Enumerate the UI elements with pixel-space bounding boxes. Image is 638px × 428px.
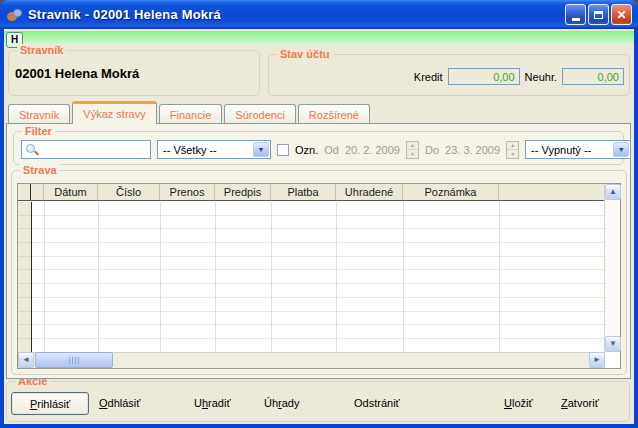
mode-dropdown[interactable]: -- Vypnutý -- ▼ <box>525 140 631 159</box>
scroll-up-icon: ▲ <box>609 188 617 196</box>
btn-text: Úh <box>264 397 278 409</box>
chevron-down-icon: ▼ <box>618 146 625 153</box>
tab-vykaz-stravy[interactable]: Výkaz stravy <box>72 101 156 124</box>
column-header-uhradene[interactable]: Uhradené <box>336 184 403 200</box>
btn-text: radiť <box>208 397 230 409</box>
tab-financie[interactable]: Financie <box>159 104 223 124</box>
do-label: Do <box>425 144 439 156</box>
grid-frozen-line <box>31 202 32 352</box>
btn-text: dhlásiť <box>108 397 141 409</box>
grid-column-line <box>403 202 404 352</box>
grid-column-line <box>98 202 99 352</box>
odstranit-button[interactable]: Odstrániť <box>354 397 400 409</box>
row-selector-header <box>18 184 31 200</box>
ozn-checkbox[interactable] <box>277 144 289 156</box>
btn-text: U <box>194 397 202 409</box>
btn-text: Odstrániť <box>354 397 400 409</box>
tab-panel: Filter -- Všetky -- ▼ Ozn. Od 20. 2. 200… <box>6 123 631 379</box>
app-icon-shape2 <box>13 9 22 17</box>
mode-dropdown-button[interactable]: ▼ <box>613 142 629 157</box>
diner-group-label: Stravník <box>17 44 66 56</box>
grid-column-line <box>499 202 500 352</box>
mode-dropdown-value: -- Vypnutý -- <box>531 144 591 156</box>
column-header-poznamka[interactable]: Poznámka <box>403 184 499 200</box>
search-box <box>21 140 151 159</box>
od-date-spinner[interactable]: ▲ ▼ <box>406 141 419 159</box>
btn-text: ady <box>282 397 300 409</box>
grid-column-line <box>44 202 45 352</box>
minimize-button[interactable] <box>565 4 586 25</box>
neuhr-value: 0,00 <box>562 68 624 85</box>
category-dropdown[interactable]: -- Všetky -- ▼ <box>157 140 271 159</box>
do-date-value: 23. 3. 2009 <box>445 144 500 156</box>
prihlasit-button[interactable]: Prihlásiť <box>11 392 89 415</box>
spinner-down-icon[interactable]: ▼ <box>407 150 418 158</box>
ulozit-button[interactable]: Uložiť <box>504 397 533 409</box>
tab-label: Výkaz stravy <box>83 108 145 120</box>
scroll-right-button[interactable]: ► <box>589 352 605 368</box>
scroll-down-button[interactable]: ▼ <box>605 336 621 352</box>
grid-header: Dátum Číslo Prenos Predpis Platba Uhrade… <box>18 184 605 201</box>
btn-mnemonic: Z <box>561 397 568 409</box>
close-icon: ✕ <box>616 9 626 21</box>
column-header-cislo[interactable]: Číslo <box>98 184 160 200</box>
tab-label: Rozšírené <box>309 109 359 121</box>
filter-group: Filter -- Všetky -- ▼ Ozn. Od 20. 2. 200… <box>13 131 624 165</box>
grid-column-line <box>336 202 337 352</box>
filter-group-label: Filter <box>22 125 55 137</box>
spinner-up-icon[interactable]: ▲ <box>507 142 518 151</box>
column-header-platba[interactable]: Platba <box>271 184 336 200</box>
category-dropdown-value: -- Všetky -- <box>163 144 217 156</box>
grid-column-line <box>160 202 161 352</box>
do-date-spinner[interactable]: ▲ ▼ <box>506 141 519 159</box>
btn-text: rihlásiť <box>37 398 70 410</box>
maximize-button[interactable] <box>588 4 609 25</box>
tab-surodenci[interactable]: Súrodenci <box>224 104 296 124</box>
odhlasit-button[interactable]: Odhlásiť <box>99 397 140 409</box>
strava-grid: Dátum Číslo Prenos Predpis Platba Uhrade… <box>17 183 621 369</box>
tab-stravnik[interactable]: Stravník <box>8 104 70 124</box>
strava-group: Strava Dátum Číslo Prenos Predpis Platba… <box>11 170 627 375</box>
h-scrollbar-thumb[interactable] <box>35 352 113 368</box>
account-group: Stav účtu Kredit 0,00 Neuhr. 0,00 <box>268 54 630 96</box>
zatvorit-button[interactable]: Zatvoriť <box>561 397 599 409</box>
kredit-value: 0,00 <box>448 68 520 85</box>
close-button[interactable]: ✕ <box>611 4 632 25</box>
scroll-up-button[interactable]: ▲ <box>605 184 621 200</box>
tab-strip: Stravník Výkaz stravy Financie Súrodenci… <box>8 101 370 124</box>
neuhr-label: Neuhr. <box>525 71 557 83</box>
spinner-down-icon[interactable]: ▼ <box>507 150 518 158</box>
vertical-scrollbar[interactable]: ▲ ▼ <box>604 184 620 352</box>
scroll-left-button[interactable]: ◄ <box>18 352 34 368</box>
od-date-value: 20. 2. 2009 <box>345 144 400 156</box>
toolbar-strip <box>4 31 634 44</box>
tab-label: Financie <box>170 109 212 121</box>
uhradit-button[interactable]: Uhradiť <box>194 397 231 409</box>
btn-mnemonic: O <box>99 397 108 409</box>
account-group-label: Stav účtu <box>277 48 333 60</box>
client-area: H Stravník 02001 Helena Mokrá Stav účtu … <box>4 29 634 424</box>
maximize-icon <box>594 11 603 19</box>
filter-row: -- Všetky -- ▼ Ozn. Od 20. 2. 2009 ▲ ▼ D… <box>14 132 623 159</box>
diner-name: 02001 Helena Mokrá <box>15 66 259 81</box>
window-title: Stravník - 02001 Helena Mokrá <box>28 7 221 22</box>
uhrady-button[interactable]: Úhrady <box>264 397 299 409</box>
category-dropdown-button[interactable]: ▼ <box>253 142 269 157</box>
app-icon <box>6 7 23 23</box>
column-header-datum[interactable]: Dátum <box>44 184 98 200</box>
search-input[interactable] <box>22 141 150 158</box>
strava-group-label: Strava <box>20 164 60 176</box>
column-header-prenos[interactable]: Prenos <box>160 184 215 200</box>
empty-column-header <box>31 184 44 200</box>
row-selector-column <box>18 202 31 352</box>
app-window: Stravník - 02001 Helena Mokrá ✕ H Stravn… <box>0 0 638 428</box>
grid-column-line <box>271 202 272 352</box>
spinner-up-icon[interactable]: ▲ <box>407 142 418 151</box>
titlebar[interactable]: Stravník - 02001 Helena Mokrá ✕ <box>0 0 638 29</box>
column-header-predpis[interactable]: Predpis <box>215 184 271 200</box>
tab-rozsirene[interactable]: Rozšírené <box>298 104 370 124</box>
grid-body[interactable] <box>18 202 605 352</box>
horizontal-scrollbar[interactable]: ◄ ► <box>18 352 605 368</box>
minimize-icon <box>572 18 580 21</box>
btn-mnemonic: U <box>504 397 512 409</box>
